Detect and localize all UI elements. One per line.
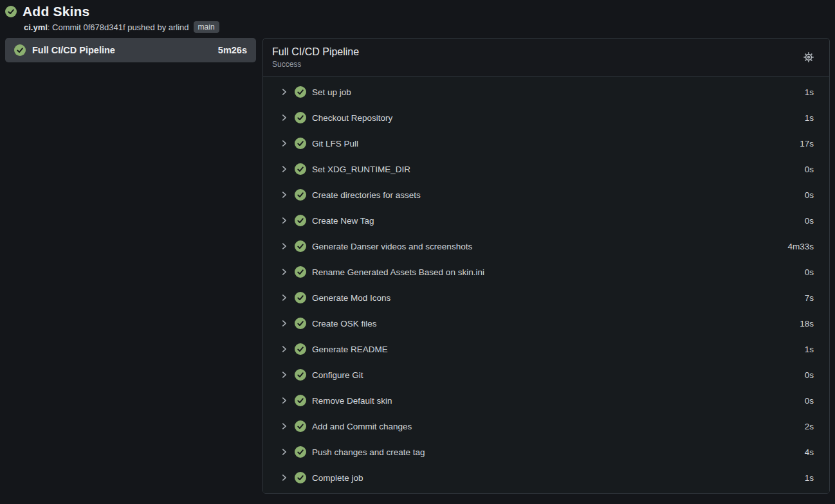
success-check-icon xyxy=(295,112,306,123)
chevron-right-icon xyxy=(280,396,289,405)
chevron-right-icon xyxy=(280,422,289,431)
success-check-icon xyxy=(295,395,306,406)
success-check-icon xyxy=(295,472,306,483)
job-detail-title: Full CI/CD Pipeline xyxy=(272,46,801,59)
step-duration: 17s xyxy=(800,139,814,148)
step-row[interactable]: Add and Commit changes 2s xyxy=(263,413,829,439)
step-duration: 0s xyxy=(805,396,814,406)
step-row[interactable]: Rename Generated Assets Based on skin.in… xyxy=(263,259,829,285)
step-name: Create New Tag xyxy=(312,216,374,226)
step-duration: 0s xyxy=(805,267,814,277)
chevron-right-icon xyxy=(280,87,289,96)
run-subtitle: ci.yml: Commit 0f678d341f pushed by arli… xyxy=(24,21,830,33)
job-detail-header: Full CI/CD Pipeline Success xyxy=(263,39,829,76)
success-check-icon xyxy=(295,446,306,458)
job-success-check-icon xyxy=(14,44,26,56)
chevron-right-icon xyxy=(280,113,289,122)
chevron-right-icon xyxy=(280,345,289,354)
step-row[interactable]: Set up job 1s xyxy=(263,79,829,105)
success-check-icon xyxy=(295,420,306,432)
chevron-right-icon xyxy=(280,139,289,148)
success-check-icon xyxy=(295,189,306,201)
step-row[interactable]: Configure Git 0s xyxy=(263,362,829,388)
workflow-file-name: ci.yml xyxy=(24,22,48,32)
step-row[interactable]: Create OSK files 18s xyxy=(263,310,829,336)
success-check-icon xyxy=(295,215,306,226)
step-row[interactable]: Generate Danser videos and screenshots 4… xyxy=(263,233,829,259)
step-name: Set up job xyxy=(312,87,351,97)
step-duration: 4s xyxy=(805,447,814,457)
chevron-right-icon xyxy=(280,473,289,482)
step-row[interactable]: Checkout Repository 1s xyxy=(263,105,829,130)
step-duration: 18s xyxy=(800,319,814,328)
chevron-right-icon xyxy=(280,447,289,456)
step-duration: 7s xyxy=(805,293,814,303)
run-header: Add Skins ci.yml: Commit 0f678d341f push… xyxy=(0,0,835,33)
step-duration: 0s xyxy=(805,370,814,380)
step-duration: 1s xyxy=(805,473,814,483)
success-check-icon xyxy=(295,240,306,252)
step-row[interactable]: Generate README 1s xyxy=(263,336,829,362)
chevron-right-icon xyxy=(280,319,289,328)
chevron-right-icon xyxy=(280,267,289,276)
commit-text: : Commit 0f678d341f pushed by arlind xyxy=(48,22,189,32)
run-layout: Full CI/CD Pipeline 5m26s Full CI/CD Pip… xyxy=(0,33,835,494)
run-title: Add Skins xyxy=(23,4,89,19)
success-check-icon xyxy=(295,266,306,278)
job-status-label: Success xyxy=(272,60,801,69)
step-row[interactable]: Git LFS Pull 17s xyxy=(263,130,829,156)
step-name: Generate Mod Icons xyxy=(312,293,390,303)
step-duration: 4m33s xyxy=(787,242,814,251)
step-name: Generate README xyxy=(312,345,388,354)
step-duration: 0s xyxy=(805,216,814,226)
job-card-full-cicd-pipeline[interactable]: Full CI/CD Pipeline 5m26s xyxy=(5,38,256,62)
step-list: Set up job 1s Checkout Repository 1s Git… xyxy=(263,76,829,493)
chevron-right-icon xyxy=(280,293,289,302)
step-row[interactable]: Set XDG_RUNTIME_DIR 0s xyxy=(263,156,829,182)
step-name: Complete job xyxy=(312,473,363,483)
success-check-icon xyxy=(295,86,306,98)
success-check-icon xyxy=(295,163,306,175)
success-check-icon xyxy=(295,318,306,329)
step-name: Rename Generated Assets Based on skin.in… xyxy=(312,267,484,277)
success-check-icon xyxy=(295,369,306,381)
chevron-right-icon xyxy=(280,216,289,225)
step-name: Configure Git xyxy=(312,370,363,380)
job-detail-panel: Full CI/CD Pipeline Success xyxy=(262,38,830,494)
job-name: Full CI/CD Pipeline xyxy=(32,45,212,55)
success-check-icon xyxy=(295,292,306,303)
job-duration: 5m26s xyxy=(218,45,247,55)
step-name: Generate Danser videos and screenshots xyxy=(312,242,472,251)
step-row[interactable]: Remove Default skin 0s xyxy=(263,388,829,413)
chevron-right-icon xyxy=(280,242,289,251)
step-row[interactable]: Create directories for assets 0s xyxy=(263,182,829,208)
step-row[interactable]: Generate Mod Icons 7s xyxy=(263,285,829,310)
step-duration: 0s xyxy=(805,190,814,200)
step-duration: 0s xyxy=(805,165,814,174)
step-name: Git LFS Pull xyxy=(312,139,358,148)
step-duration: 1s xyxy=(805,345,814,354)
step-name: Remove Default skin xyxy=(312,396,392,406)
step-name: Add and Commit changes xyxy=(312,422,412,431)
step-row[interactable]: Push changes and create tag 4s xyxy=(263,439,829,465)
chevron-right-icon xyxy=(280,190,289,199)
step-duration: 1s xyxy=(805,113,814,123)
branch-badge[interactable]: main xyxy=(194,21,219,33)
step-name: Create OSK files xyxy=(312,319,377,328)
step-row[interactable]: Complete job 1s xyxy=(263,465,829,491)
gear-icon[interactable] xyxy=(801,50,816,65)
success-check-icon xyxy=(295,343,306,355)
step-name: Create directories for assets xyxy=(312,190,421,200)
success-check-icon xyxy=(295,138,306,149)
step-row[interactable]: Create New Tag 0s xyxy=(263,208,829,233)
step-name: Push changes and create tag xyxy=(312,447,425,457)
run-success-check-icon xyxy=(5,6,17,17)
chevron-right-icon xyxy=(280,370,289,379)
step-name: Checkout Repository xyxy=(312,113,392,123)
step-name: Set XDG_RUNTIME_DIR xyxy=(312,165,410,174)
step-duration: 1s xyxy=(805,87,814,97)
step-duration: 2s xyxy=(805,422,814,431)
chevron-right-icon xyxy=(280,165,289,174)
jobs-sidebar: Full CI/CD Pipeline 5m26s xyxy=(5,38,256,62)
